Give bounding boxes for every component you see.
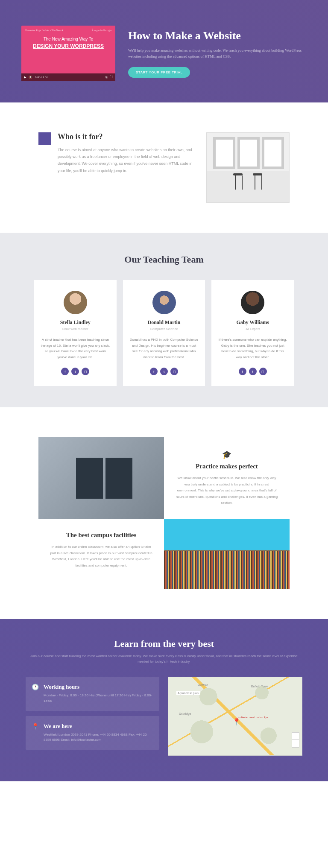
who-section: Who is it for? The course is aimed at an… <box>0 102 328 233</box>
campus-title: The best campus facilities <box>49 532 153 539</box>
video-controls[interactable]: ▶ 🔇 0:06 / 1:31 ⎘ ⛶ <box>21 73 115 81</box>
member-bio: If there's someone who can explain anyth… <box>218 337 287 360</box>
member-bio: A strict teacher that has been teaching … <box>41 337 110 360</box>
member-role: ui/ux web master <box>41 327 110 331</box>
zoom-in-button[interactable]: + <box>292 733 299 740</box>
member-name: Gaby Williams <box>218 319 287 326</box>
here-body: Westfield London 2039-2041 Phone: +44 20… <box>44 732 152 743</box>
map-expand-link[interactable]: Agrandir le plan <box>176 691 200 695</box>
member-role: AI Expert <box>218 327 287 331</box>
learn-section: Learn from the very best Join our course… <box>0 619 328 781</box>
facebook-icon[interactable]: f <box>61 368 69 375</box>
start-trial-button[interactable]: START YOUR FREE TRIAL <box>128 67 190 78</box>
member-role: Computer Science <box>129 327 199 331</box>
play-icon[interactable]: ▶ <box>24 76 26 79</box>
map-zoom-controls: + − <box>292 732 299 748</box>
map-city-label: Watford <box>198 684 208 687</box>
practice-text: 🎓 Practice makes perfect We know about y… <box>164 437 290 519</box>
team-grid: Stella Lindley ui/ux web master A strict… <box>34 280 294 386</box>
campus-image <box>164 519 290 589</box>
campus-text: The best campus facilities In addition t… <box>38 519 164 589</box>
twitter-icon[interactable]: t <box>249 368 257 375</box>
learn-title: Learn from the very best <box>26 638 302 649</box>
member-name: Stella Lindley <box>41 319 110 326</box>
avatar <box>152 291 176 314</box>
video-headline: DESIGN YOUR WORDPRESS <box>25 43 112 49</box>
hero-description: We'll help you make amazing websites wit… <box>128 47 307 60</box>
who-image <box>206 132 290 203</box>
zoom-out-button[interactable]: − <box>292 740 299 747</box>
team-card-gaby: Gaby Williams AI Expert If there's someo… <box>211 280 294 386</box>
map-pin-icon: 📍 <box>32 723 39 730</box>
fullscreen-icon[interactable]: ⛶ <box>110 76 113 79</box>
team-card-donald: Donald Martin Computer Science Donald ha… <box>123 280 205 386</box>
avatar <box>64 291 87 314</box>
hours-body: Monday - Friday: 8:00 - 18:30 Hrs (Phone… <box>44 693 152 704</box>
video-subtitle: The New Amazing Way To <box>25 37 112 41</box>
hero-title: How to Make a Website <box>128 29 307 42</box>
member-bio: Donald has a PHD in both Computer Scienc… <box>129 337 199 360</box>
mute-icon[interactable]: 🔇 <box>29 76 32 79</box>
who-title: Who is it for? <box>58 132 196 141</box>
square-icon <box>38 132 51 145</box>
practice-title: Practice makes perfect <box>175 463 279 470</box>
learn-subtitle: Join our course and start building the m… <box>26 654 302 665</box>
campus-body: In addition to our online classroom, we … <box>49 544 153 569</box>
who-content: Who is it for? The course is aimed at an… <box>38 132 196 174</box>
hero-section: Elementor Page Builder - The New A... À … <box>0 0 328 102</box>
practice-image <box>38 437 164 519</box>
instagram-icon[interactable]: ◻ <box>82 368 89 375</box>
location-box: 📍 We are here Westfield London 2039-2041… <box>26 716 159 750</box>
team-card-stella: Stella Lindley ui/ux web master A strict… <box>34 280 117 386</box>
practice-body: We know about your hectic schedule. We a… <box>175 475 279 506</box>
here-title: We are here <box>44 723 152 730</box>
twitter-icon[interactable]: t <box>71 368 79 375</box>
hours-title: Working hours <box>44 684 152 690</box>
team-title: Our Teaching Team <box>34 254 294 265</box>
map[interactable]: Watford Enfield Town Uxbridge Agrandir l… <box>168 677 302 756</box>
map-marker-icon: 📍 <box>232 718 241 726</box>
video-top-bar: Elementor Page Builder - The New A... À … <box>25 29 112 32</box>
member-name: Donald Martin <box>129 319 199 326</box>
facebook-icon[interactable]: f <box>150 368 158 375</box>
map-city-label: Uxbridge <box>179 712 191 715</box>
team-section: Our Teaching Team Stella Lindley ui/ux w… <box>0 233 328 407</box>
working-hours-box: 🕐 Working hours Monday - Friday: 8:00 - … <box>26 677 159 711</box>
instagram-icon[interactable]: ◻ <box>170 368 178 375</box>
twitter-icon[interactable]: t <box>160 368 168 375</box>
features-section: 🎓 Practice makes perfect We know about y… <box>0 407 328 619</box>
cast-icon[interactable]: ⎘ <box>105 76 107 79</box>
map-city-label: Enfield Town <box>251 685 268 688</box>
video-player[interactable]: Elementor Page Builder - The New A... À … <box>21 26 115 81</box>
who-body: The course is aimed at anyone who wants … <box>58 146 196 174</box>
clock-icon: 🕐 <box>32 684 39 691</box>
hero-text: How to Make a Website We'll help you mak… <box>128 29 307 78</box>
video-source-label: Elementor Page Builder - The New A... <box>25 29 65 32</box>
graduation-cap-icon: 🎓 <box>175 450 279 459</box>
map-marker-label: tooltester.com London Eye <box>238 716 268 719</box>
avatar <box>241 291 264 314</box>
video-share-label: À regarder Partager <box>92 29 112 32</box>
video-time: 0:06 / 1:31 <box>35 76 48 79</box>
instagram-icon[interactable]: ◻ <box>259 368 267 375</box>
facebook-icon[interactable]: f <box>239 368 246 375</box>
